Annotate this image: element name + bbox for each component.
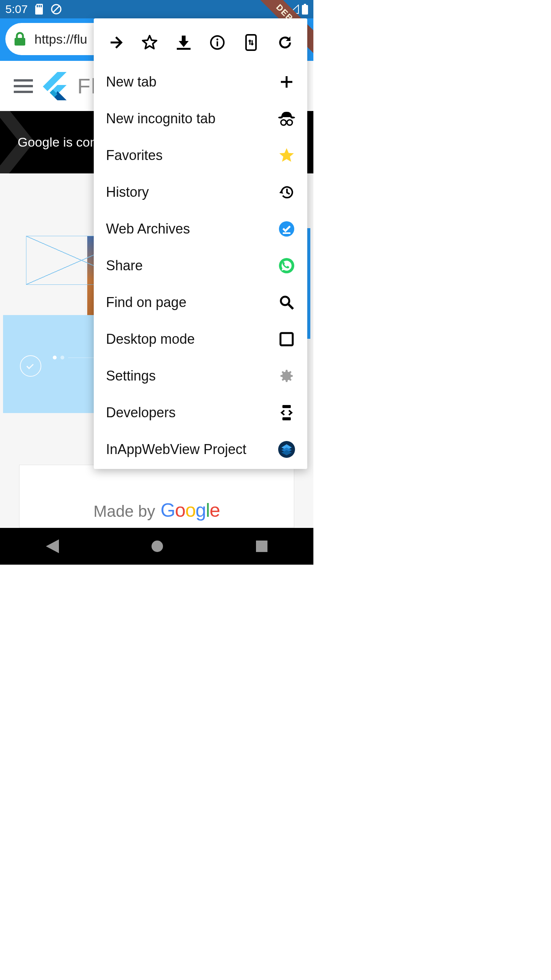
menu-settings[interactable]: Settings	[94, 358, 307, 394]
android-nav-bar	[0, 528, 313, 565]
nav-back-icon[interactable]	[46, 539, 59, 553]
sd-card-icon	[34, 4, 44, 15]
svg-point-17	[290, 117, 295, 119]
menu-web-archives[interactable]: Web Archives	[94, 211, 307, 247]
project-logo-icon	[278, 439, 295, 459]
made-by-card: Made by Google	[19, 465, 294, 528]
url-text: https://flu	[34, 32, 87, 47]
svg-rect-10	[14, 91, 33, 93]
plus-icon	[278, 75, 295, 89]
info-icon[interactable]	[209, 35, 226, 50]
svg-rect-8	[14, 79, 33, 82]
svg-rect-15	[246, 35, 256, 50]
incognito-icon	[278, 111, 295, 126]
check-circle-icon	[20, 355, 41, 377]
flutter-logo-icon	[43, 72, 67, 100]
menu-developers[interactable]: Developers	[94, 394, 307, 431]
svg-rect-0	[37, 5, 38, 7]
svg-line-24	[289, 304, 293, 309]
menu-new-tab[interactable]: New tab	[94, 64, 307, 100]
nav-home-icon[interactable]	[151, 540, 164, 553]
svg-line-4	[53, 6, 60, 13]
gear-icon	[278, 368, 295, 384]
menu-item-label: Web Archives	[106, 221, 190, 237]
menu-item-label: Favorites	[106, 147, 163, 163]
menu-favorites[interactable]: Favorites	[94, 137, 307, 174]
svg-rect-5	[302, 5, 308, 15]
download-icon[interactable]	[175, 35, 192, 50]
menu-item-label: Developers	[106, 405, 176, 421]
svg-rect-6	[304, 4, 306, 5]
svg-rect-14	[217, 41, 218, 46]
menu-item-label: New incognito tab	[106, 111, 215, 127]
svg-point-16	[278, 117, 283, 119]
menu-item-label: Share	[106, 258, 143, 274]
menu-find-on-page[interactable]: Find on page	[94, 284, 307, 321]
svg-rect-9	[14, 85, 33, 87]
menu-inappwebview-project[interactable]: InAppWebView Project	[94, 431, 307, 468]
clock: 5:07	[5, 3, 28, 16]
svg-point-19	[287, 120, 292, 125]
menu-share[interactable]: Share	[94, 247, 307, 284]
made-by-label: Made by	[93, 502, 155, 521]
signal-icon	[289, 5, 299, 14]
svg-rect-27	[282, 417, 291, 420]
svg-rect-1	[39, 5, 40, 7]
svg-point-13	[217, 39, 218, 41]
menu-action-row	[94, 21, 307, 64]
wifi-icon	[274, 5, 286, 14]
svg-rect-7	[15, 38, 25, 46]
lock-icon	[14, 32, 26, 46]
menu-item-label: Desktop mode	[106, 331, 195, 347]
menu-history[interactable]: History	[94, 174, 307, 211]
whatsapp-icon	[278, 258, 295, 274]
svg-rect-26	[282, 405, 291, 408]
svg-rect-25	[280, 333, 293, 345]
menu-incognito-tab[interactable]: New incognito tab	[94, 100, 307, 137]
checkbox-empty-icon	[278, 332, 295, 346]
svg-rect-2	[41, 5, 42, 7]
google-logo: Google	[160, 499, 220, 521]
forward-icon[interactable]	[108, 35, 124, 50]
menu-item-label: History	[106, 184, 149, 200]
reload-icon[interactable]	[277, 35, 293, 50]
search-icon	[278, 295, 295, 310]
history-icon	[278, 184, 295, 200]
svg-point-29	[152, 541, 163, 552]
archive-check-icon	[278, 221, 295, 237]
dev-mode-icon	[278, 404, 295, 421]
svg-rect-21	[283, 232, 290, 234]
menu-item-label: InAppWebView Project	[106, 441, 246, 457]
overflow-menu: New tab New incognito tab Favorites Hist…	[94, 18, 307, 469]
menu-item-label: New tab	[106, 74, 156, 90]
svg-rect-11	[177, 48, 191, 50]
star-filled-icon	[278, 147, 295, 163]
dnd-icon	[51, 3, 62, 15]
menu-item-label: Settings	[106, 368, 156, 384]
star-outline-icon[interactable]	[141, 34, 158, 51]
menu-desktop-mode[interactable]: Desktop mode	[94, 321, 307, 358]
hamburger-icon[interactable]	[14, 79, 33, 93]
status-bar: 5:07	[0, 0, 313, 18]
svg-rect-30	[256, 541, 267, 552]
chevron-bg-icon	[0, 111, 65, 173]
svg-point-23	[281, 297, 289, 305]
battery-icon	[302, 4, 308, 15]
svg-point-18	[281, 120, 286, 125]
menu-item-label: Find on page	[106, 294, 186, 310]
send-to-device-icon[interactable]	[243, 34, 259, 51]
nav-recent-icon[interactable]	[256, 541, 267, 552]
